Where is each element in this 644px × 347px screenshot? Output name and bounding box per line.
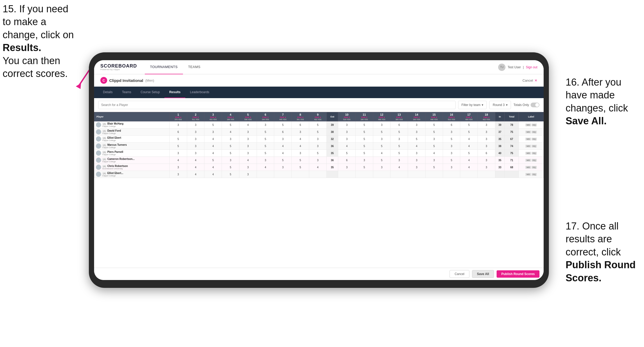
score-cell[interactable]: 4 [204,150,222,157]
score-cell[interactable]: 4 [187,164,204,171]
score-cell[interactable]: 5 [292,157,309,164]
score-cell[interactable]: 6 [274,128,292,136]
dq-button[interactable]: DQ [532,145,537,148]
score-cell[interactable]: 3 [187,150,204,157]
sign-out-link[interactable]: Sign out [526,65,537,69]
score-cell[interactable]: 4 [204,171,222,178]
score-cell[interactable]: 5 [355,136,373,143]
score-cell[interactable]: 3 [338,128,356,136]
score-cell[interactable]: 4 [169,157,187,164]
score-cell[interactable]: 5 [169,143,187,150]
score-cell[interactable]: 5 [443,136,460,143]
score-cell[interactable]: 4 [460,157,478,164]
score-cell[interactable]: 3 [309,157,326,164]
score-cell[interactable]: 4 [222,128,239,136]
score-cell[interactable]: 3 [239,136,257,143]
score-cell[interactable]: 3 [274,164,292,171]
dq-button[interactable]: DQ [532,159,537,162]
score-cell[interactable]: 3 [443,150,460,157]
score-cell[interactable]: 5 [408,136,426,143]
score-cell[interactable]: 4 [425,150,443,157]
score-cell[interactable] [309,171,326,178]
score-cell[interactable]: 5 [222,164,239,171]
dq-button[interactable]: DQ [532,138,537,141]
score-cell[interactable] [460,171,478,178]
score-cell[interactable]: 5 [338,150,356,157]
cancel-button-top[interactable]: Cancel ✕ [522,79,537,82]
score-cell[interactable]: 3 [408,164,426,171]
wd-button[interactable]: WD [525,173,531,176]
score-cell[interactable]: 3 [309,136,326,143]
score-cell[interactable]: 4 [460,143,478,150]
score-cell[interactable]: 4 [390,164,408,171]
score-cell[interactable]: 3 [425,157,443,164]
score-cell[interactable]: 5 [460,121,478,128]
score-cell[interactable]: 3 [408,157,426,164]
score-cell[interactable] [443,171,460,178]
dq-button[interactable]: DQ [532,124,537,126]
cancel-button-bottom[interactable]: Cancel [450,270,469,278]
wd-button[interactable]: WD [525,124,531,126]
score-cell[interactable]: 4 [239,121,257,128]
score-cell[interactable]: 6 [478,150,495,157]
score-cell[interactable]: 5 [309,150,326,157]
dq-button[interactable]: DQ [532,152,537,155]
score-cell[interactable]: 4 [274,143,292,150]
score-cell[interactable]: 3 [355,157,373,164]
score-cell[interactable]: 3 [169,171,187,178]
score-cell[interactable]: 5 [425,143,443,150]
score-cell[interactable] [478,171,495,178]
filter-by-team-button[interactable]: Filter by team ▾ [458,101,487,109]
score-cell[interactable]: 5 [222,121,239,128]
score-cell[interactable]: 5 [309,121,326,128]
score-cell[interactable]: 5 [204,157,222,164]
score-cell[interactable]: 4 [460,164,478,171]
dq-button[interactable]: DQ [532,131,537,133]
score-cell[interactable]: 4 [204,136,222,143]
score-cell[interactable] [257,171,274,178]
score-cell[interactable]: 3 [169,121,187,128]
score-cell[interactable]: 3 [187,121,204,128]
score-cell[interactable]: 5 [222,171,239,178]
score-cell[interactable]: 4 [257,164,274,171]
score-cell[interactable]: 5 [355,128,373,136]
score-cell[interactable]: 3 [239,143,257,150]
score-cell[interactable]: 5 [460,128,478,136]
score-cell[interactable]: 3 [239,128,257,136]
wd-button[interactable]: WD [525,166,531,169]
dq-button[interactable]: DQ [532,166,537,169]
score-cell[interactable]: 3 [478,136,495,143]
score-cell[interactable]: 3 [222,157,239,164]
score-cell[interactable]: 4 [309,164,326,171]
score-cell[interactable]: 5 [355,143,373,150]
score-cell[interactable]: 3 [443,164,460,171]
score-cell[interactable]: 3 [373,164,390,171]
score-cell[interactable]: 3 [478,128,495,136]
score-cell[interactable]: 4 [292,136,309,143]
toggle-switch[interactable] [531,103,539,107]
save-all-button[interactable]: Save All [472,270,494,278]
wd-button[interactable]: WD [525,159,531,162]
score-cell[interactable]: 3 [408,128,426,136]
nav-tournaments[interactable]: TOURNAMENTS [145,60,183,74]
score-cell[interactable]: 3 [443,128,460,136]
score-cell[interactable]: 3 [408,150,426,157]
score-cell[interactable]: 3 [169,164,187,171]
score-cell[interactable]: 3 [239,150,257,157]
score-cell[interactable]: 5 [425,128,443,136]
tab-leaderboards[interactable]: Leaderboards [185,87,214,98]
score-cell[interactable]: 5 [309,128,326,136]
score-cell[interactable] [338,171,356,178]
score-cell[interactable]: 5 [355,121,373,128]
score-cell[interactable] [274,171,292,178]
score-cell[interactable]: 6 [390,121,408,128]
score-cell[interactable]: 5 [373,143,390,150]
score-cell[interactable]: 3 [373,121,390,128]
publish-round-scores-button[interactable]: Publish Round Scores [497,270,539,278]
totals-only-toggle[interactable]: Totals Only [514,103,539,107]
wd-button[interactable]: WD [525,131,531,133]
score-cell[interactable]: 5 [169,136,187,143]
score-cell[interactable]: 3 [257,157,274,164]
score-cell[interactable]: 3 [187,136,204,143]
score-cell[interactable]: 3 [478,143,495,150]
